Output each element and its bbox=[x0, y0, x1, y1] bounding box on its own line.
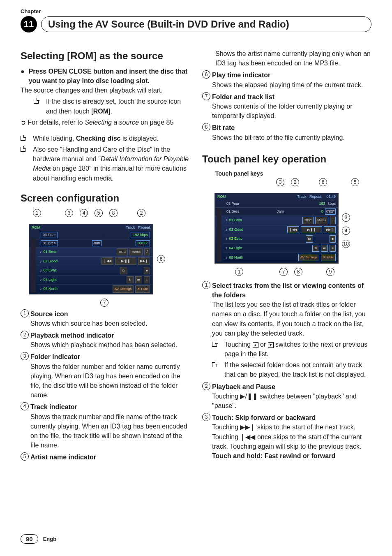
ss-tr: 03 Evac bbox=[229, 236, 243, 241]
callouts-top-left: 1 3 4 5 8 2 bbox=[21, 209, 190, 217]
ss-tr: 01 Brea bbox=[229, 218, 242, 223]
note-icon bbox=[21, 147, 25, 152]
t: Folder and track list bbox=[212, 93, 274, 100]
ss-top2: 01 Brea bbox=[226, 209, 240, 214]
callout: 5 bbox=[351, 178, 359, 186]
para-source-changes: The source changes and then playback wil… bbox=[21, 86, 190, 95]
t: Playback method indicator bbox=[30, 332, 114, 339]
callout: 3 bbox=[276, 178, 284, 186]
callout-1: 1 bbox=[33, 209, 41, 217]
sub-note-paging: Touching ▲ or ▼ switches to the next or … bbox=[212, 340, 371, 359]
lead-text: Press OPEN CLOSE button and insert the d… bbox=[29, 67, 190, 86]
note-icon bbox=[34, 99, 39, 104]
touch-key-defs: 1 Select tracks from the list or viewing… bbox=[202, 281, 371, 461]
note-text: While loading, Checking disc is displaye… bbox=[33, 134, 159, 143]
note-handling-care: Also see "Handling and Care of the Disc"… bbox=[21, 145, 190, 183]
note-disc-set: If the disc is already set, touch the so… bbox=[21, 97, 190, 116]
screenshot-screen-config: ROM Track Repeat 03 Pear 192 kbps 01 Bre… bbox=[29, 224, 153, 294]
chapter-title-wrap: Using the AV Source (Built-in DVD Drive … bbox=[41, 16, 371, 32]
ss-time: 00'05" bbox=[136, 240, 150, 246]
t: Touch: Skip forward or backward bbox=[212, 414, 316, 421]
n: 7 bbox=[202, 92, 210, 100]
n: 1 bbox=[21, 309, 29, 317]
ss-av: AV Settings bbox=[113, 285, 134, 293]
b: Shows the track number and file name of … bbox=[30, 413, 187, 449]
callout-6: 6 bbox=[157, 255, 165, 263]
n: 5 bbox=[21, 452, 29, 461]
ss-tr: 02 Good bbox=[44, 259, 58, 264]
n: 6 bbox=[202, 70, 210, 79]
t: Track indicator bbox=[30, 403, 77, 410]
b: Shows the bit rate of the file currently… bbox=[212, 134, 345, 141]
def-play-time: 6 Play time indicator Shows the elapsed … bbox=[202, 70, 371, 89]
left-column: Selecting [ROM] as the source ● Press OP… bbox=[21, 49, 190, 462]
callout: 3 bbox=[342, 213, 350, 222]
n: 2 bbox=[21, 331, 29, 339]
n: 8 bbox=[202, 123, 210, 131]
callouts-top-right: 3 2 6 5 bbox=[202, 178, 371, 186]
chapter-title: Using the AV Source (Built-in DVD Drive … bbox=[48, 19, 289, 30]
note-icon bbox=[212, 342, 217, 347]
callout-4: 4 bbox=[80, 209, 88, 217]
t: Select tracks from the list or viewing c… bbox=[212, 282, 364, 299]
def-skip: 3 Touch: Skip forward or backward Touchi… bbox=[202, 413, 371, 461]
ss-kbps: 192 kbps bbox=[131, 232, 150, 238]
t: Touching ▲ or ▼ switches to the next or … bbox=[224, 340, 371, 359]
screenshot-touch-keys: ROM Track Repeat 05:49 03 Pear 192 kbps … bbox=[214, 193, 339, 264]
bullet-icon: ● bbox=[21, 67, 25, 86]
note-text: If the disc is already set, touch the so… bbox=[46, 97, 190, 116]
callout: 1 bbox=[235, 268, 243, 276]
def-select-tracks: 1 Select tracks from the list or viewing… bbox=[202, 281, 371, 380]
n: 3 bbox=[21, 352, 29, 360]
n: 3 bbox=[202, 413, 210, 421]
ss-top2: 01 Brea bbox=[41, 240, 58, 246]
ss-tr: 01 Brea bbox=[44, 249, 57, 255]
b: Shows the elapsed playing time of the cu… bbox=[212, 81, 363, 88]
page-number: 90 bbox=[21, 534, 38, 544]
note-icon bbox=[212, 362, 217, 367]
ss-tr: 04 Light bbox=[229, 246, 242, 251]
ss-jam: Jam bbox=[92, 240, 101, 246]
page-down-icon: ▼ bbox=[268, 342, 274, 348]
note-checking-disc: While loading, Checking disc is displaye… bbox=[21, 134, 190, 143]
ss-hide: Hide bbox=[327, 255, 334, 259]
callout-5: 5 bbox=[95, 209, 103, 217]
def-folder-track-list: 7 Folder and track list Shows contents o… bbox=[202, 92, 371, 121]
callout: 8 bbox=[294, 268, 302, 276]
def-folder-indicator: 3 Folder indicator Shows the folder numb… bbox=[21, 352, 190, 400]
t: Selecting a source bbox=[85, 119, 139, 126]
ss-rom: ROM bbox=[217, 194, 226, 199]
section-touch-panel: Touch panel key operation bbox=[202, 152, 371, 167]
b: Touching ▶▶❙ skips to the start of the n… bbox=[212, 424, 362, 449]
screen-config-defs-cont: 6 Play time indicator Shows the elapsed … bbox=[202, 70, 371, 142]
note-icon bbox=[21, 136, 25, 141]
t: While loading, bbox=[33, 135, 76, 142]
ss-tr: 04 Light bbox=[44, 277, 57, 283]
t: Play time indicator bbox=[212, 72, 270, 79]
t: Playback and Pause bbox=[212, 383, 275, 390]
page-footer: 90 Engb bbox=[21, 534, 56, 544]
callout: 7 bbox=[279, 268, 288, 276]
ss-hide: Hide bbox=[141, 287, 148, 291]
callout-2: 2 bbox=[137, 209, 145, 217]
ss-top1: 03 Pear bbox=[41, 232, 58, 238]
b: Shows which source has been selected. bbox=[30, 320, 148, 327]
callout-7: 7 bbox=[100, 299, 108, 307]
def-playback-method: 2 Playback method indicator Shows which … bbox=[21, 331, 190, 350]
page-up-icon: ▲ bbox=[253, 342, 258, 348]
note-text: Also see "Handling and Care of the Disc"… bbox=[33, 145, 190, 183]
xref-selecting-source: ➲ For details, refer to Selecting a sour… bbox=[21, 118, 190, 127]
callouts-right-side: 3 4 10 bbox=[342, 213, 352, 248]
t: For details, refer to bbox=[28, 119, 85, 126]
t: on page 180" in this manual for more cau… bbox=[33, 165, 187, 181]
language-code: Engb bbox=[43, 536, 57, 542]
t: ]. bbox=[108, 108, 112, 115]
n: 2 bbox=[202, 382, 210, 390]
ss-tr: 03 Evac bbox=[44, 268, 57, 273]
t: is displayed. bbox=[120, 135, 159, 142]
b: The list lets you see the list of track … bbox=[212, 301, 366, 337]
def-playback-pause: 2 Playback and Pause Touching ▶/❚❚ switc… bbox=[202, 382, 371, 411]
t: Artist name indicator bbox=[30, 454, 96, 461]
ss-media: Media bbox=[315, 217, 328, 224]
callout: 10 bbox=[342, 240, 350, 248]
